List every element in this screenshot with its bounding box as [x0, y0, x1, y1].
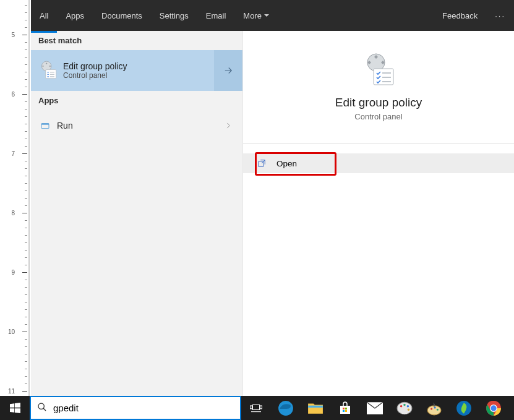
svg-rect-15	[343, 410, 345, 412]
document-ruler: 4567891011	[0, 0, 30, 396]
detail-title: Edit group policy	[335, 96, 422, 109]
paint-brush-icon	[426, 401, 442, 416]
section-best-match: Best match	[31, 31, 242, 50]
detail-pane: Edit group policy Control panel Open	[243, 31, 514, 396]
tab-apps[interactable]: Apps	[57, 0, 93, 31]
svg-point-20	[403, 403, 405, 405]
svg-rect-13	[343, 408, 345, 409]
taskbar-app-edge[interactable]	[271, 396, 301, 420]
svg-point-30	[490, 405, 496, 411]
detail-subtitle: Control panel	[354, 112, 402, 121]
svg-rect-12	[308, 405, 323, 407]
search-input[interactable]	[53, 403, 234, 413]
open-icon	[257, 158, 267, 168]
svg-rect-9	[250, 406, 252, 409]
tab-settings[interactable]: Settings	[151, 0, 197, 31]
run-icon	[37, 118, 53, 134]
file-explorer-icon	[307, 401, 323, 415]
tab-documents[interactable]: Documents	[93, 0, 151, 31]
chrome-icon	[486, 400, 502, 416]
svg-point-22	[408, 408, 409, 410]
edge-icon	[278, 400, 294, 416]
taskbar-app-explorer[interactable]	[301, 396, 330, 420]
task-view-button[interactable]	[241, 396, 271, 420]
taskbar-app-mail[interactable]	[360, 396, 390, 420]
result-app-run[interactable]: Run	[31, 110, 242, 141]
microsoft-store-icon	[338, 401, 353, 416]
svg-rect-14	[345, 408, 347, 409]
expand-arrow-button[interactable]	[214, 50, 242, 91]
task-view-icon	[250, 403, 262, 413]
tab-email[interactable]: Email	[197, 0, 235, 31]
group-policy-icon	[360, 53, 397, 87]
taskbar-app-paint[interactable]	[419, 396, 449, 420]
taskbar-app-store[interactable]	[330, 396, 360, 420]
taskbar-search-box[interactable]	[30, 396, 241, 420]
search-icon	[37, 402, 47, 414]
group-policy-icon	[37, 59, 59, 82]
paint-palette-icon	[396, 401, 413, 415]
svg-rect-10	[260, 406, 262, 409]
taskbar-app-bluestacks[interactable]	[449, 396, 479, 420]
svg-point-19	[400, 405, 402, 407]
svg-rect-8	[252, 405, 259, 409]
section-apps: Apps	[31, 91, 242, 110]
tab-all[interactable]: All	[31, 11, 57, 20]
taskbar-app-paint-palette[interactable]	[390, 396, 419, 420]
svg-rect-3	[41, 124, 49, 125]
result-title: Edit group policy	[63, 61, 127, 71]
bluestacks-icon	[456, 400, 472, 416]
feedback-link[interactable]: Feedback	[434, 0, 486, 31]
open-label: Open	[276, 159, 297, 168]
svg-point-24	[430, 408, 432, 409]
svg-point-21	[407, 405, 409, 407]
windows-logo-icon	[10, 403, 20, 413]
svg-point-7	[38, 403, 44, 409]
chevron-down-icon	[264, 14, 269, 19]
taskbar	[0, 396, 514, 420]
results-list: Best match E	[31, 31, 243, 396]
tab-more[interactable]: More	[234, 0, 278, 31]
expand-chevron[interactable]	[214, 110, 242, 141]
svg-point-26	[437, 408, 439, 410]
result-title: Run	[57, 121, 73, 131]
result-best-match[interactable]: Edit group policy Control panel	[31, 50, 242, 91]
svg-rect-16	[345, 410, 347, 412]
search-filter-tabbar: All Apps Documents Settings Email More F…	[31, 0, 514, 31]
start-button[interactable]	[0, 396, 30, 420]
svg-point-25	[434, 406, 436, 408]
mail-icon	[367, 402, 383, 414]
open-action[interactable]: Open	[243, 153, 514, 173]
result-subtitle: Control panel	[63, 71, 127, 80]
taskbar-app-chrome[interactable]	[479, 396, 508, 420]
ellipsis-icon[interactable]: ···	[486, 0, 514, 31]
search-results-window: All Apps Documents Settings Email More F…	[31, 0, 514, 396]
